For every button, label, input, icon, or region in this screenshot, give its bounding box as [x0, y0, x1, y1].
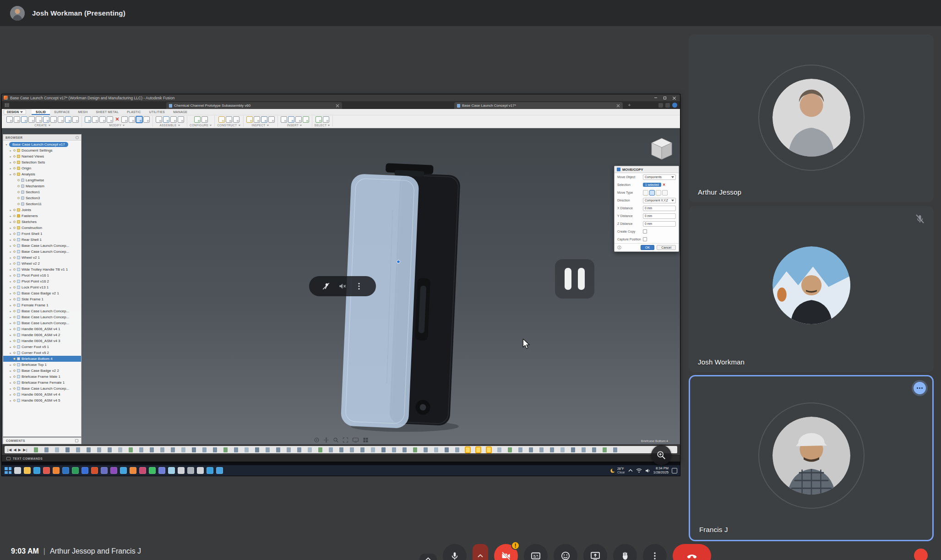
browser-item: ▸Wheel v2 2	[3, 261, 81, 266]
microphone-button[interactable]	[443, 544, 467, 560]
dialog-body: Move ObjectComponentsSelection1 selected…	[615, 173, 679, 243]
raise-hand-button[interactable]	[613, 544, 637, 560]
present-screen-button[interactable]	[583, 544, 607, 560]
browser-item: ▸Side Frame 1	[3, 296, 81, 302]
dialog-row-label: Y Distance	[617, 214, 641, 217]
timeline-feature-icon	[455, 447, 459, 452]
visibility-icon	[13, 262, 16, 265]
text-commands-bar: TEXT COMMANDS	[2, 455, 680, 462]
box-tool-icon	[14, 116, 20, 123]
manipulator-point	[397, 260, 400, 263]
visibility-icon	[13, 364, 16, 366]
participant-tile-josh[interactable]: Josh Workman	[689, 206, 934, 372]
expand-icon	[75, 439, 78, 442]
tab-close-icon	[336, 104, 339, 108]
present-screen-icon	[590, 550, 601, 560]
pause-presentation-button[interactable]	[555, 259, 594, 299]
text-commands-label: TEXT COMMANDS	[13, 457, 43, 460]
browser-item: ▸Base Case Launch Concep...	[3, 314, 81, 320]
browser-item-label: Briefcase Frame Female 1	[22, 381, 65, 385]
tile-more-options-button[interactable]	[914, 382, 926, 394]
chevron-icon: ▸	[9, 274, 12, 277]
browser-item: ▸Base Case Launch Concep...	[3, 243, 81, 249]
avatar-francis	[772, 417, 850, 495]
document-tab-active: Base Case Launch Concept v17*	[454, 102, 623, 109]
visibility-icon	[13, 167, 16, 169]
timeline-feature-icon	[160, 447, 164, 452]
chevron-icon: ▸	[9, 220, 12, 223]
browser-item-label: Selection Sets	[22, 160, 45, 164]
ribbon-tab-sheet-metal: SHEET METAL	[92, 109, 123, 115]
reactions-button[interactable]	[554, 544, 577, 560]
ribbon-group-label: SELECT	[315, 124, 331, 127]
move-type-option-icon	[643, 190, 648, 196]
browser-item-label: Rear Shell 1	[22, 238, 42, 242]
timeline-feature-icon	[476, 447, 480, 452]
comp-icon	[17, 262, 20, 265]
more-options-icon[interactable]	[354, 282, 364, 291]
browser-item-label: Lock Point v13 1	[22, 285, 49, 289]
taskbar-spotify-icon	[149, 467, 156, 474]
timeline-feature-icon	[34, 447, 38, 452]
visibility-icon	[13, 239, 16, 241]
selection-chip: 1 selected	[643, 183, 661, 187]
participant-tile-arthur[interactable]: Arthur Jessop	[689, 34, 934, 202]
mic-off-icon	[914, 213, 925, 224]
comments-label: COMMENTS	[6, 439, 25, 442]
ribbon-tab-plastic: PLASTIC	[123, 109, 145, 115]
hide-controls-button[interactable]	[419, 554, 437, 560]
browser-item-label: Handle 0606_ASM v4 3	[22, 339, 60, 343]
captions-button[interactable]	[524, 544, 548, 560]
camera-options-button[interactable]	[473, 544, 488, 560]
new-component-tool-icon	[156, 116, 162, 123]
meeting-time: 9:03 AM	[11, 547, 39, 555]
delete-tool-icon: ✕	[114, 116, 120, 123]
zoom-icon	[333, 437, 338, 443]
unpin-icon[interactable]	[321, 282, 331, 291]
participant-tile-francis[interactable]: Francis J	[689, 375, 934, 541]
browser-item-label: Corner Foot v5 2	[22, 351, 49, 355]
chevron-icon: ▸	[9, 232, 12, 235]
ribbon-group-configure: CONFIGURE	[187, 116, 215, 127]
browser-item: Section11	[3, 201, 81, 207]
extensions-icon	[658, 103, 663, 108]
camera-off-button[interactable]: !	[494, 544, 518, 560]
ribbon-group-construct: CONSTRUCT	[215, 116, 243, 127]
timeline-feature-icon	[118, 447, 122, 452]
end-call-button[interactable]	[673, 544, 711, 560]
fusion-document-tabbar: Chemical Channel Prototype Subassembly v…	[2, 101, 680, 109]
browser-item: Briefcase Bottom 4	[3, 356, 81, 362]
chevron-icon: ▸	[9, 369, 12, 372]
timeline: |◀ ◀ ▶ ▶|	[2, 444, 680, 455]
timeline-feature-icon	[582, 447, 586, 452]
taskbar-edge-icon	[33, 467, 40, 474]
comp-icon	[17, 232, 20, 235]
timeline-feature-icon	[371, 447, 375, 452]
audio-muted-icon[interactable]	[338, 282, 347, 291]
browser-item: ▸Handle 0606_ASM v4 5	[3, 397, 81, 403]
visibility-icon	[13, 352, 16, 354]
browser-item-label: Pivot Point v16 1	[22, 273, 49, 277]
captions-icon	[530, 550, 541, 560]
dialog-row: Y Distance0 mm	[615, 212, 679, 220]
visibility-icon	[13, 358, 16, 360]
folder-icon	[17, 214, 20, 217]
visibility-icon	[13, 375, 16, 378]
window-select-tool-icon	[323, 116, 329, 123]
dialog-footer: OK Cancel	[615, 243, 679, 251]
chevron-icon: ▸	[9, 381, 12, 384]
taskbar-powerpoint-icon	[91, 467, 98, 474]
taskbar-apps	[14, 467, 223, 474]
action-center-icon	[672, 468, 677, 473]
dialog-row-label: X Distance	[617, 207, 641, 210]
browser-item-label: Lengthwise	[26, 178, 44, 182]
browser-item-label: Briefcase Bottom 4	[22, 357, 53, 361]
more-options-button[interactable]	[643, 544, 667, 560]
chevron-icon: ▸	[9, 375, 12, 378]
browser-item: ▸Corner Foot v5 1	[3, 344, 81, 350]
browser-item-label: Base Case Launch Concep...	[22, 386, 69, 391]
axis-tool-icon	[233, 116, 239, 123]
zoom-presentation-button[interactable]	[651, 445, 671, 465]
chevron-icon: ▸	[9, 268, 12, 271]
chevron-icon: ▾	[5, 143, 8, 146]
